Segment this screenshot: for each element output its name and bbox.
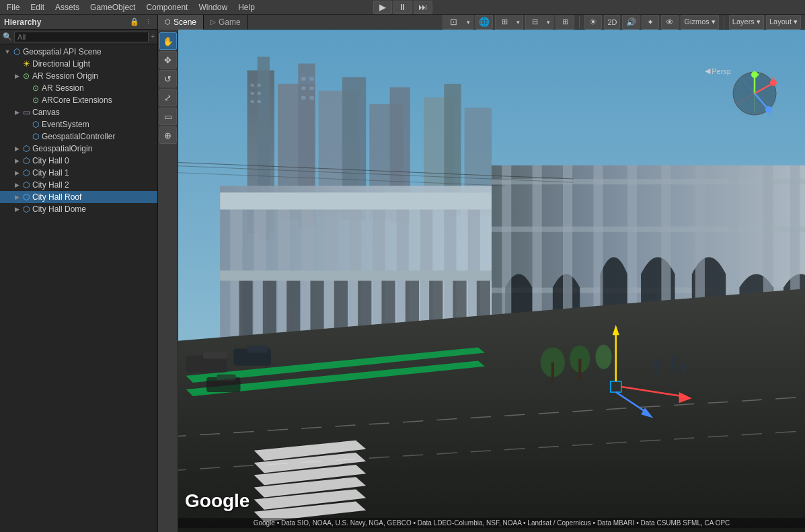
ruler-group: ⊞ bbox=[555, 15, 574, 30]
grid-group: ⊞ ▾ bbox=[495, 15, 523, 30]
tree-item-cityhall1[interactable]: ▶ ⬡ City Hall 1 bbox=[0, 167, 157, 179]
tree-arrow-geospatialorigin: ▶ bbox=[12, 144, 22, 153]
tree-item-arsessionorigin[interactable]: ▶ ⊙ AR Session Origin bbox=[0, 70, 157, 82]
ruler-btn[interactable]: ⊞ bbox=[556, 15, 574, 30]
draw-mode-btn[interactable]: ⊡ bbox=[443, 15, 463, 30]
axis-gizmo-svg: Y X Z bbox=[731, 70, 778, 117]
scene-tabs-bar: ⬡ Scene ▷ Game ⊡ ▾ bbox=[158, 15, 805, 30]
tree-item-geospatialorigin[interactable]: ▶ ⬡ GeospatialOrigin bbox=[0, 143, 157, 155]
obj-icon-1: ⬡ bbox=[31, 120, 40, 129]
menu-edit[interactable]: Edit bbox=[28, 3, 47, 12]
scene-header: ⬡ Scene ▷ Game ⊡ ▾ bbox=[158, 15, 805, 30]
light-toggle-btn[interactable]: ☀ bbox=[584, 15, 602, 30]
viewport[interactable]: Y X Z bbox=[178, 30, 805, 532]
audio-btn[interactable]: 🔊 bbox=[622, 15, 640, 30]
step-button[interactable]: ⏭ bbox=[414, 1, 432, 14]
scene-vis-btn[interactable]: 👁 bbox=[661, 15, 679, 30]
tool-scale[interactable]: ⤢ bbox=[159, 89, 177, 106]
tree-item-cityhallroof[interactable]: ▶ ⬡ City Hall Roof bbox=[0, 191, 157, 203]
tree-label-canvas: Canvas bbox=[32, 108, 60, 117]
gizmo-axis[interactable]: Y X Z bbox=[731, 70, 778, 117]
tab-game[interactable]: ▷ Game bbox=[204, 15, 248, 30]
menu-window[interactable]: Window bbox=[196, 3, 230, 12]
hierarchy-add-icon[interactable]: + bbox=[151, 33, 155, 40]
hierarchy-search-input[interactable] bbox=[14, 32, 149, 42]
snap-dropdown[interactable]: ▾ bbox=[543, 15, 553, 30]
hierarchy-tree: ▼ ⬡ Geospatial API Scene ▶ ☀ Directional… bbox=[0, 44, 157, 532]
scene-view-container: ⬡ Scene ▷ Game ⊡ ▾ bbox=[158, 15, 805, 532]
draw-mode-group: ⊡ ▾ bbox=[443, 15, 473, 30]
draw-mode-dropdown[interactable]: ▾ bbox=[463, 15, 473, 30]
ar-icon-1: ⊙ bbox=[22, 71, 31, 81]
app-window: File Edit Assets GameObject Component Wi… bbox=[0, 0, 805, 532]
tree-item-geospatialctrl[interactable]: ▶ ⬡ GeospatialController bbox=[0, 130, 157, 143]
menu-gameobject[interactable]: GameObject bbox=[87, 3, 138, 12]
tree-label-geospatialorigin: GeospatialOrigin bbox=[32, 144, 92, 153]
hierarchy-more-icon[interactable]: ⋮ bbox=[143, 17, 153, 28]
obj-icon-8: ⬡ bbox=[22, 204, 31, 214]
pause-button[interactable]: ⏸ bbox=[393, 1, 412, 14]
tree-item-cityhalldome[interactable]: ▶ ⬡ City Hall Dome bbox=[0, 203, 157, 215]
svg-rect-81 bbox=[203, 352, 227, 358]
svg-rect-12 bbox=[251, 84, 254, 87]
tree-arrow-cityhall2: ▶ bbox=[12, 180, 22, 190]
attribution-text: Google • Data SIO, NOAA, U.S. Navy, NGA,… bbox=[178, 518, 805, 528]
tab-scene[interactable]: ⬡ Scene bbox=[158, 15, 204, 30]
tree-item-root[interactable]: ▼ ⬡ Geospatial API Scene bbox=[0, 46, 157, 58]
svg-rect-20 bbox=[301, 87, 305, 90]
tree-item-arcore[interactable]: ▶ ⊙ ARCore Extensions bbox=[0, 94, 157, 106]
svg-rect-22 bbox=[301, 96, 305, 100]
tree-item-dirlight[interactable]: ▶ ☀ Directional Light bbox=[0, 58, 157, 70]
layers-btn[interactable]: Layers ▾ bbox=[729, 15, 764, 30]
svg-rect-40 bbox=[263, 274, 276, 342]
tree-label-cityhall2: City Hall 2 bbox=[32, 180, 69, 190]
snap-group: ⊟ ▾ bbox=[525, 15, 553, 30]
tool-custom[interactable]: ⊕ bbox=[159, 126, 177, 144]
tree-item-cityhall2[interactable]: ▶ ⬡ City Hall 2 bbox=[0, 179, 157, 191]
hierarchy-header: Hierarchy 🔒 ⋮ bbox=[0, 15, 157, 30]
svg-rect-39 bbox=[239, 274, 252, 342]
grid-dropdown[interactable]: ▾ bbox=[513, 15, 523, 30]
tree-label-geospatialctrl: GeospatialController bbox=[42, 132, 115, 141]
snap-btn[interactable]: ⊟ bbox=[526, 15, 543, 30]
tree-label-arsession: AR Session bbox=[42, 83, 84, 93]
mode-2d-btn[interactable]: 2D bbox=[604, 15, 620, 30]
ar-icon-3: ⊙ bbox=[31, 96, 40, 105]
layout-btn[interactable]: Layout ▾ bbox=[766, 15, 801, 30]
tree-arrow-arsessionorigin: ▶ bbox=[12, 71, 22, 81]
tool-rotate[interactable]: ↺ bbox=[159, 70, 177, 87]
tool-hand[interactable]: ✋ bbox=[159, 32, 177, 50]
globe-btn[interactable]: 🌐 bbox=[475, 15, 493, 30]
scene-tab-icon: ⬡ bbox=[165, 18, 171, 26]
hierarchy-lock-icon[interactable]: 🔒 bbox=[129, 17, 140, 28]
tree-item-cityhall0[interactable]: ▶ ⬡ City Hall 0 bbox=[0, 155, 157, 167]
tree-item-arsession[interactable]: ▶ ⊙ AR Session bbox=[0, 82, 157, 94]
tree-label-cityhallroof: City Hall Roof bbox=[32, 192, 81, 202]
persp-label[interactable]: ◀ Persp bbox=[705, 67, 731, 75]
tree-arrow-cityhall1: ▶ bbox=[12, 168, 22, 178]
ar-icon-2: ⊙ bbox=[31, 83, 40, 93]
svg-rect-16 bbox=[251, 100, 254, 103]
left-toolbar: ✋ ✥ ↺ ⤢ ▭ ⊕ bbox=[158, 30, 178, 532]
svg-rect-93 bbox=[672, 359, 676, 371]
svg-rect-83 bbox=[247, 346, 268, 352]
grid-snap-btn[interactable]: ⊞ bbox=[496, 15, 513, 30]
menu-help[interactable]: Help bbox=[235, 3, 258, 12]
obj-icon-7: ⬡ bbox=[22, 192, 31, 202]
menu-component[interactable]: Component bbox=[143, 3, 190, 12]
menu-assets[interactable]: Assets bbox=[52, 3, 82, 12]
menu-file[interactable]: File bbox=[4, 3, 22, 12]
persp-arrow: ◀ bbox=[705, 67, 710, 75]
tool-rect[interactable]: ▭ bbox=[159, 108, 177, 125]
tree-item-eventsystem[interactable]: ▶ ⬡ EventSystem bbox=[0, 118, 157, 130]
play-button[interactable]: ▶ bbox=[373, 1, 392, 14]
tool-move[interactable]: ✥ bbox=[159, 51, 177, 69]
fx-btn[interactable]: ✦ bbox=[642, 15, 659, 30]
svg-rect-90 bbox=[578, 359, 581, 379]
persp-text: Persp bbox=[712, 67, 731, 75]
gizmos-btn[interactable]: Gizmos ▾ bbox=[681, 15, 718, 30]
tree-item-canvas[interactable]: ▶ ▭ Canvas bbox=[0, 106, 157, 118]
tree-arrow-canvas: ▶ bbox=[12, 108, 22, 117]
svg-rect-18 bbox=[301, 77, 305, 81]
content-area: Hierarchy 🔒 ⋮ 🔍 + ▼ ⬡ Geospatial API Sce… bbox=[0, 15, 805, 532]
